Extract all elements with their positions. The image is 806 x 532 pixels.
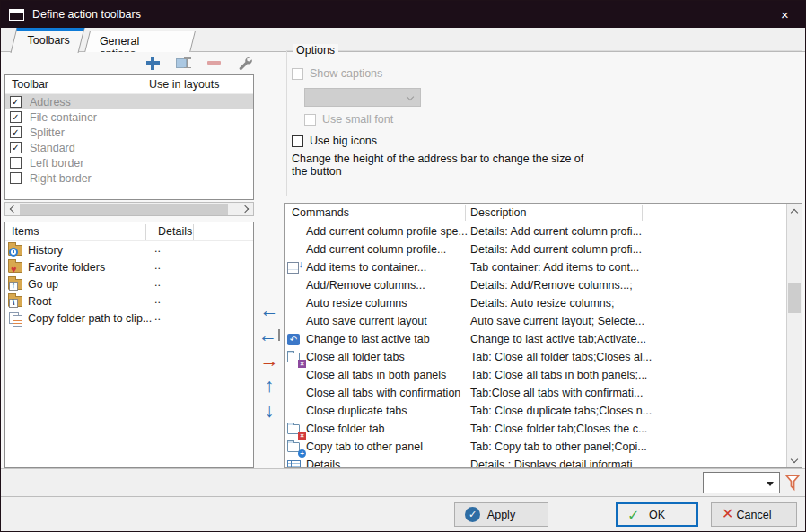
column-separator[interactable]	[465, 205, 466, 221]
tab-general-options[interactable]: General options	[84, 31, 196, 53]
command-row[interactable]: ↓Add items to container...Tab container:…	[285, 259, 786, 277]
toolbar-row[interactable]: ✓Splitter	[5, 125, 253, 140]
items-row[interactable]: \Root..	[5, 292, 253, 310]
toolbar-row[interactable]: Left border	[5, 155, 253, 170]
move-down-button[interactable]: ↓	[258, 400, 281, 420]
column-header-items[interactable]: Items	[12, 225, 39, 238]
command-description: Details: Add/Remove columns...;	[470, 279, 633, 292]
ok-button-label: OK	[649, 509, 665, 521]
options-group: Options Show captions Use small font Use…	[286, 50, 802, 196]
title-bar: Define action toolbars ×	[1, 1, 805, 28]
command-row[interactable]: Add/Remove columns...Details: Add/Remove…	[285, 277, 786, 295]
items-row[interactable]: ♥Favorite folders..	[5, 258, 253, 275]
command-row[interactable]: Add current column profile spe...Details…	[285, 223, 786, 241]
use-big-icons-option: Use big icons	[292, 135, 377, 147]
item-details: ..	[154, 310, 161, 323]
close-tabs-purple-icon: ×	[286, 351, 302, 365]
filter-button[interactable]	[783, 472, 802, 493]
commands-list: Commands Description Add current column …	[284, 203, 802, 468]
command-row[interactable]: Close all tabs with confirmationTab:Clos…	[285, 385, 786, 403]
show-captions-checkbox[interactable]	[292, 68, 303, 80]
toolbar-checkbox[interactable]: ✓	[10, 142, 22, 153]
blank-icon	[286, 279, 302, 293]
move-up-button[interactable]: ↑	[258, 375, 281, 395]
tab-toolbars[interactable]: Toolbars	[11, 28, 85, 53]
move-left-button[interactable]: ←	[258, 300, 281, 319]
column-separator[interactable]	[145, 224, 146, 240]
toolbar-settings-button[interactable]	[234, 54, 254, 72]
toolbar-row[interactable]: ✓Standard	[5, 140, 253, 155]
item-label: Copy folder path to clip...	[28, 312, 152, 325]
toolbar-checkbox[interactable]	[10, 157, 22, 169]
toolbar-row[interactable]: ✓File container	[5, 109, 253, 125]
toolbar-checkbox[interactable]: ✓	[10, 96, 22, 108]
ok-check-icon: ✓	[627, 507, 639, 524]
column-separator[interactable]	[642, 205, 643, 221]
apply-button[interactable]: ✓ Apply	[454, 502, 548, 527]
caption-position-combobox[interactable]	[304, 88, 421, 107]
hscrollbar-thumb[interactable]	[20, 204, 228, 215]
items-row[interactable]: History..	[5, 241, 253, 258]
move-right-button[interactable]: →	[258, 350, 281, 370]
items-row[interactable]: ↑Go up..	[5, 275, 253, 292]
command-row[interactable]: ×Close all folder tabsTab: Close all fol…	[285, 349, 786, 367]
close-icon[interactable]: ×	[765, 1, 805, 28]
rename-toolbar-button[interactable]	[173, 54, 193, 72]
favorites-icon: ♥	[8, 261, 23, 274]
item-label: Favorite folders	[28, 261, 105, 274]
command-row[interactable]: Close duplicate tabsTab: Close duplicate…	[285, 403, 786, 421]
column-header-use-in-layouts[interactable]: Use in layouts	[149, 78, 220, 91]
column-separator[interactable]	[145, 77, 145, 92]
last-active-tab-icon: ↶	[286, 333, 302, 347]
column-header-toolbar[interactable]: Toolbar	[12, 78, 48, 91]
commands-list-vscrollbar[interactable]	[786, 204, 802, 467]
command-name: Close duplicate tabs	[306, 405, 407, 417]
command-description: Details: Add current column profi...	[470, 225, 642, 238]
arrow-up-icon: ↑	[265, 376, 275, 395]
toolbar-checkbox[interactable]: ✓	[10, 126, 22, 138]
command-description: Auto save current layout; Selecte...	[470, 315, 644, 327]
command-description: Tab container: Add items to cont...	[470, 261, 639, 274]
ok-button[interactable]: ✓ OK	[616, 502, 698, 527]
copy-tab-icon: +	[286, 440, 302, 455]
window-icon	[9, 9, 24, 21]
command-row[interactable]: Auto save current layoutAuto save curren…	[285, 313, 786, 331]
vscrollbar-thumb[interactable]	[788, 283, 801, 313]
toolbar-list-hscrollbar[interactable]	[4, 202, 254, 216]
items-row[interactable]: Copy folder path to clip.....	[5, 310, 253, 327]
scroll-right-icon[interactable]	[239, 203, 253, 215]
scroll-down-icon[interactable]	[787, 452, 802, 467]
toolbar-row[interactable]: ✓Address	[5, 94, 253, 109]
toolbar-checkbox[interactable]	[10, 172, 22, 184]
wrench-icon	[237, 56, 252, 71]
column-header-commands[interactable]: Commands	[292, 206, 349, 219]
cancel-button[interactable]: ✕ Cancel	[711, 502, 797, 527]
filter-combobox[interactable]	[703, 472, 780, 493]
command-row[interactable]: Auto resize columnsDetails: Auto resize …	[285, 295, 786, 313]
command-row[interactable]: +Copy tab to other panelTab: Copy tab to…	[285, 439, 786, 457]
define-action-toolbars-dialog: Define action toolbars × Toolbars Genera…	[0, 0, 806, 532]
column-header-details[interactable]: Details	[158, 225, 192, 238]
options-group-label: Options	[293, 44, 338, 57]
plus-icon	[146, 57, 160, 70]
command-name: Auto resize columns	[306, 297, 407, 310]
command-row[interactable]: Add current column profile...Details: Ad…	[285, 241, 786, 259]
column-header-description[interactable]: Description	[470, 206, 527, 219]
command-row[interactable]: DetailsDetails : Displays detail informa…	[285, 457, 786, 467]
filter-bar	[1, 468, 806, 496]
toolbar-checkbox[interactable]: ✓	[10, 111, 22, 123]
command-row[interactable]: Close all tabs in both panelsTab: Close …	[285, 367, 786, 385]
scroll-left-icon[interactable]	[5, 203, 20, 215]
scroll-up-icon[interactable]	[787, 204, 802, 219]
command-row[interactable]: ↶Change to last active tabChange to last…	[285, 331, 786, 349]
add-toolbar-button[interactable]	[143, 54, 162, 72]
commands-list-rows: Add current column profile spe...Details…	[285, 223, 786, 467]
use-big-icons-checkbox[interactable]	[292, 135, 303, 147]
rename-icon	[176, 57, 191, 68]
use-small-font-checkbox[interactable]	[304, 114, 316, 126]
command-row[interactable]: ×Close folder tabTab: Close folder tab;C…	[285, 421, 786, 439]
column-separator[interactable]	[193, 224, 194, 240]
move-left-all-button[interactable]: ←	[258, 325, 281, 344]
remove-toolbar-button[interactable]	[204, 54, 223, 72]
toolbar-row[interactable]: Right border	[5, 170, 253, 186]
